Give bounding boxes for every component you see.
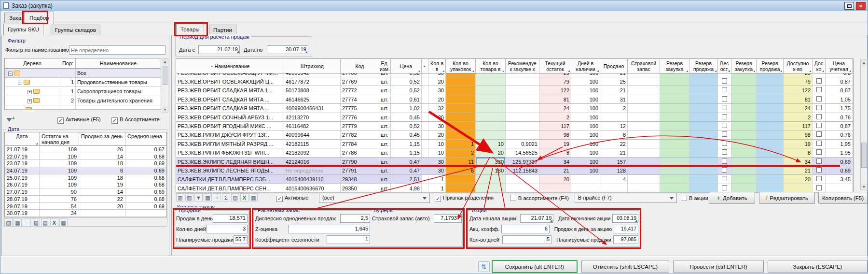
expand-icon[interactable]: + <box>28 99 32 103</box>
tab-tovary[interactable]: Товары <box>176 24 204 35</box>
date-col-ostatok[interactable]: Остаток на начало дня <box>40 132 79 146</box>
row-flag-checkbox[interactable] <box>722 78 727 84</box>
filter-add-icon[interactable]: ▼ <box>194 193 203 202</box>
cancel-button[interactable]: Отменить (shift ESCAPE) <box>581 260 669 273</box>
product-col-header-barcode[interactable]: Штрихкод <box>284 59 341 73</box>
filter-name-input[interactable] <box>69 45 165 55</box>
date-row[interactable]: 23.07.19109180,69 <box>5 160 166 167</box>
date-col-prodano[interactable]: Продано за день <box>79 132 125 146</box>
safety-auto-input[interactable]: 7,17937 <box>434 214 462 223</box>
sum-table-icon[interactable]: Σ <box>222 193 230 202</box>
tab-podbor[interactable]: Подбор <box>25 12 54 24</box>
row-flag-checkbox[interactable] <box>816 185 822 190</box>
refresh-icon[interactable]: ⇅ <box>478 261 490 272</box>
product-col-header-recommend[interactable]: Рекомендуе к закупке к <box>506 59 539 73</box>
product-row[interactable]: РЕЗ.ЖЕВ.ОРБИТ СЛАДКАЯ МЯТА 1...501738082… <box>176 86 853 95</box>
product-row[interactable]: РЕЗ.ЖЕВ.ОРБИТ СЛАДКАЯ МЯТА ...4009900466… <box>176 104 853 113</box>
date-row[interactable]: 30.07.1934 <box>5 210 166 217</box>
product-col-header-stock[interactable]: Текущий остаток <box>539 59 571 73</box>
row-flag-checkbox[interactable] <box>816 159 822 164</box>
product-row[interactable]: САЛФЕТКИ ДЕТ.ВЛ.ПАМПЕРС БЭБ...4015400439… <box>176 175 853 184</box>
row-flag-checkbox[interactable] <box>722 123 727 128</box>
edit-button[interactable]: /Редактировать <box>759 192 815 204</box>
product-row[interactable]: РЕЗ.ЖЕВ.ОРБИТ СОЧНЫЙ АРБУЗ 1...421132702… <box>176 113 853 122</box>
row-flag-checkbox[interactable] <box>816 123 822 128</box>
tree-row[interactable]: +1Скоропортящиеся товары <box>5 87 161 96</box>
restore-icon[interactable] <box>844 2 854 10</box>
product-col-header-price2[interactable]: Цена учетная <box>826 59 853 73</box>
row-flag-checkbox[interactable] <box>816 114 822 119</box>
row-flag-checkbox[interactable] <box>722 87 727 92</box>
product-row[interactable]: РЕЗ.ЖЕВ.ЭКЛИПС ЛЕДЯНАЯ ВИШН...4212401627… <box>176 158 853 166</box>
row-flag-checkbox[interactable] <box>722 176 727 181</box>
product-col-header-sep[interactable]: ▲ <box>422 59 428 73</box>
tree-row[interactable]: +2Товары длительного хранения <box>5 96 161 105</box>
expand-icon[interactable]: + <box>28 90 32 94</box>
row-flag-checkbox[interactable] <box>722 96 727 101</box>
table-settings-icon[interactable]: ▦ <box>59 218 68 227</box>
tab-sku-groups[interactable]: Группы SKU <box>3 24 43 35</box>
product-row[interactable]: РЕЗ.ЖЕВ.РИГЛИ МЯТНЫЙ РАЗРЯД ...421821152… <box>176 140 853 148</box>
close-button[interactable]: Закрыть (ESCAPE) <box>768 260 868 273</box>
row-flag-checkbox[interactable] <box>722 105 727 110</box>
product-col-header-res_sell2[interactable]: Резерв продажа <box>757 59 784 73</box>
columns-icon[interactable]: ▦ <box>14 218 22 227</box>
product-col-header-packs[interactable]: Кол-во упаковок <box>446 59 476 73</box>
tree-row[interactable]: −1Продовольственные товары <box>5 78 161 87</box>
promo-v2-2[interactable]: 97,085 <box>613 235 638 244</box>
sales-field-1-input[interactable]: 3 <box>206 225 248 233</box>
product-col-header-qty[interactable]: Кол-во товара в <box>476 59 506 73</box>
active-checkbox[interactable]: ✓Активные <box>276 195 308 202</box>
calc-field-0-input[interactable]: 2,5 <box>340 214 370 223</box>
print-icon[interactable]: ▤ <box>41 218 49 227</box>
row-flag-checkbox[interactable] <box>722 149 727 155</box>
excel-icon[interactable]: X <box>240 193 248 202</box>
calc-field-1-input[interactable]: 1,645 <box>288 225 370 233</box>
tree-row[interactable]: −Все <box>5 69 161 78</box>
product-col-header-days[interactable]: Дней в наличии <box>571 59 600 73</box>
active-f5-checkbox[interactable]: ✓Активные (F5) <box>57 116 101 124</box>
collapse-icon[interactable]: − <box>18 81 22 85</box>
row-flag-checkbox[interactable] <box>816 105 822 110</box>
product-col-header-code[interactable]: Код <box>341 59 379 73</box>
columns-icon[interactable]: ▦ <box>204 193 212 202</box>
close-icon[interactable]: × <box>856 2 866 10</box>
excel-icon[interactable]: X <box>50 218 58 227</box>
date-row[interactable]: 28.07.1976220,68 <box>5 196 166 203</box>
product-row[interactable]: РЕЗ.ЖЕВ.ОРБИТ ОСВЕЖАЮЩИЙ Ц...46177872277… <box>176 77 853 86</box>
all-dropdown[interactable]: (все) <box>319 193 430 203</box>
product-col-header-safety[interactable]: Страховой запас <box>628 59 660 73</box>
product-row[interactable]: РЕЗ.ЖЕВ.ОРБИТ ОСВЕЖАЮЩ.УГ МИ...420699422… <box>176 73 853 77</box>
promo-v1-1[interactable]: 6 <box>501 225 549 233</box>
row-flag-checkbox[interactable] <box>722 114 727 119</box>
product-row[interactable]: РЕЗ.ЖЕВ.ОРБИТ ЯГОДНЫЙ МИКС ...4611648227… <box>176 122 853 130</box>
product-col-header-weight_cb[interactable]: Вес ост. <box>718 59 731 73</box>
row-flag-checkbox[interactable] <box>816 176 822 181</box>
row-flag-checkbox[interactable] <box>722 167 727 173</box>
row-flag-checkbox[interactable] <box>816 131 822 137</box>
view-grid-icon[interactable]: ▨ <box>4 218 13 227</box>
split-flag-checkbox[interactable]: ✓Признак разделения <box>435 195 494 202</box>
sales-field-0-input[interactable]: 18,571 <box>213 214 248 223</box>
product-row[interactable]: РЕЗ.ЖЕВ.ЭКЛИПС ЛЕСНЫЕ ЯГОДЫ...Не определ… <box>176 166 853 175</box>
collapse-icon[interactable]: − <box>8 72 13 76</box>
numbered-list-icon[interactable]: ≡ <box>213 193 221 202</box>
date-col-data[interactable]: Дата <box>5 132 40 146</box>
product-row[interactable]: РЕЗ.ЖЕВ.ОРБИТ СЛАДКАЯ МЯТА ...4614662527… <box>176 95 853 104</box>
date-row[interactable]: 24.07.1910960,69 <box>5 167 166 174</box>
assortment-checkbox[interactable]: ✓В Ассортименте <box>111 116 160 124</box>
in-assortment-checkbox[interactable]: В ассортименте (F4) <box>510 195 569 201</box>
date-row[interactable]: 27.07.1990140,69 <box>5 188 166 196</box>
row-flag-checkbox[interactable] <box>816 96 822 101</box>
price-list-dropdown[interactable]: В прайсе (F7) <box>575 193 677 203</box>
row-flag-checkbox[interactable] <box>722 159 727 164</box>
product-col-header-res_sell[interactable]: Резерв продажа <box>689 59 718 73</box>
product-col-header-sold[interactable]: Продано <box>600 59 628 73</box>
product-col-header-name[interactable]: ▲Наименование <box>176 59 284 73</box>
copy-table2-icon[interactable]: ▥ <box>185 193 193 202</box>
product-col-header-res_buy[interactable]: Резерв закупка <box>660 59 689 73</box>
row-flag-checkbox[interactable] <box>816 149 822 155</box>
row-flag-checkbox[interactable] <box>816 78 822 84</box>
tab-warehouse-groups[interactable]: Группы складов <box>51 25 100 35</box>
product-row[interactable]: РЕЗ.ЖЕВ.РИГЛИ ДЖУСИ ФРУТ 13Г...400996442… <box>176 130 853 139</box>
